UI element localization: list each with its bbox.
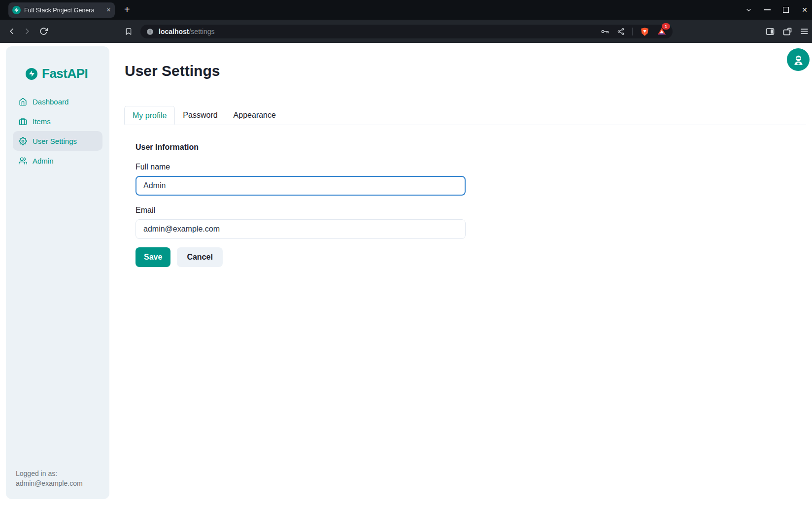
home-icon — [19, 98, 27, 106]
logged-in-email: admin@example.com — [16, 478, 83, 488]
password-key-icon[interactable] — [601, 27, 609, 36]
sidebar: FastAPI Dashboard Items User Settings Ad… — [6, 46, 109, 499]
sidebar-nav: Dashboard Items User Settings Admin — [13, 92, 102, 170]
rewards-badge: 1 — [662, 23, 670, 30]
main-content: User Settings My profile Password Appear… — [109, 43, 812, 505]
brave-shield-icon[interactable] — [640, 27, 649, 36]
sidebar-item-label: Items — [33, 117, 51, 126]
sidebar-item-dashboard[interactable]: Dashboard — [13, 92, 102, 111]
briefcase-icon — [19, 117, 27, 126]
user-menu-button[interactable] — [787, 48, 810, 71]
bookmark-icon[interactable] — [125, 20, 133, 43]
users-icon — [19, 157, 27, 165]
split-view-icon[interactable] — [765, 27, 775, 36]
sidebar-item-label: Dashboard — [33, 98, 68, 106]
window-maximize-icon[interactable] — [782, 6, 790, 14]
full-name-label: Full name — [135, 163, 466, 171]
url-host: localhost — [159, 28, 189, 35]
app-page: FastAPI Dashboard Items User Settings Ad… — [0, 43, 812, 505]
tab-my-profile[interactable]: My profile — [124, 106, 175, 125]
fastapi-favicon-icon — [12, 6, 21, 14]
window-minimize-icon[interactable] — [763, 6, 771, 14]
sidebar-item-user-settings[interactable]: User Settings — [13, 131, 102, 151]
toolbar-right — [765, 20, 809, 43]
browser-toolbar: localhost /settings 1 — [0, 20, 812, 43]
cancel-button[interactable]: Cancel — [177, 247, 222, 267]
full-name-field: Full name — [135, 163, 466, 196]
email-field: Email — [135, 206, 466, 239]
settings-tabs: My profile Password Appearance — [124, 106, 806, 125]
tab-appearance[interactable]: Appearance — [226, 106, 284, 125]
full-name-input[interactable] — [135, 176, 466, 196]
new-tab-button[interactable]: + — [124, 3, 130, 15]
url-path: /settings — [189, 28, 214, 35]
tab-title: Full Stack Project Genera — [24, 7, 104, 14]
fastapi-logo[interactable]: FastAPI — [26, 66, 88, 81]
save-button[interactable]: Save — [135, 247, 170, 267]
fastapi-bolt-icon — [26, 68, 37, 80]
back-icon[interactable] — [7, 20, 16, 43]
share-icon[interactable] — [617, 28, 625, 35]
user-information-form: User Information Full name Email Save Ca… — [135, 143, 466, 267]
logged-in-label: Logged in as: — [16, 469, 83, 478]
menu-icon[interactable] — [800, 27, 809, 36]
url-divider — [632, 28, 633, 35]
window-controls: ✕ — [744, 0, 809, 20]
form-buttons: Save Cancel — [135, 247, 466, 267]
email-input[interactable] — [135, 219, 466, 239]
window-chevron-down-icon[interactable] — [744, 6, 752, 14]
gear-icon — [19, 137, 27, 145]
brave-rewards-icon[interactable]: 1 — [657, 27, 667, 36]
logo-text: FastAPI — [42, 66, 88, 81]
sidebar-item-label: Admin — [33, 157, 54, 165]
section-title: User Information — [135, 143, 466, 152]
tab-strip: Full Stack Project Genera ✕ + ✕ — [0, 0, 812, 20]
reload-icon[interactable] — [39, 20, 48, 43]
sidebar-item-label: User Settings — [33, 137, 77, 145]
tab-close-icon[interactable]: ✕ — [106, 7, 111, 13]
sidebar-item-items[interactable]: Items — [13, 111, 102, 131]
browser-tab[interactable]: Full Stack Project Genera ✕ — [8, 2, 115, 18]
page-title: User Settings — [125, 63, 220, 79]
url-bar[interactable]: localhost /settings 1 — [140, 25, 673, 38]
sidebar-item-admin[interactable]: Admin — [13, 151, 102, 170]
forward-icon[interactable] — [23, 20, 32, 43]
window-close-icon[interactable]: ✕ — [801, 6, 809, 14]
site-info-icon[interactable] — [146, 28, 154, 35]
tab-password[interactable]: Password — [175, 106, 225, 125]
wallet-icon[interactable] — [782, 27, 792, 36]
logged-in-as: Logged in as: admin@example.com — [16, 469, 83, 488]
email-label: Email — [135, 206, 466, 215]
browser-chrome: Full Stack Project Genera ✕ + ✕ — [0, 0, 812, 43]
user-astronaut-icon — [792, 54, 805, 66]
